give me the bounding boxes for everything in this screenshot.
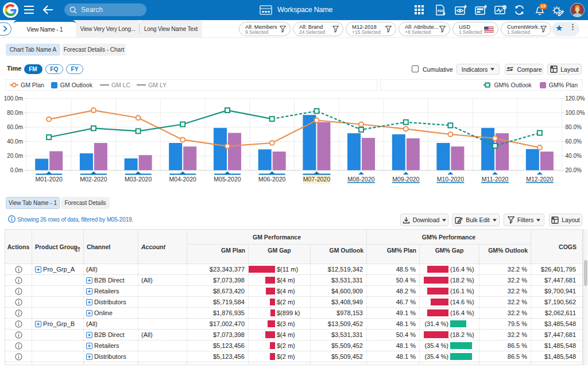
svg-text:0.0m: 0.0m — [10, 167, 23, 173]
svg-text:M08-2020: M08-2020 — [347, 176, 374, 183]
svg-text:M06-2020: M06-2020 — [258, 176, 285, 183]
svg-text:M12-2020: M12-2020 — [526, 176, 553, 183]
svg-text:M05-2020: M05-2020 — [214, 176, 241, 183]
svg-text:40.0%: 40.0% — [566, 153, 582, 159]
svg-text:120.0%: 120.0% — [566, 95, 585, 102]
svg-text:M04-2020: M04-2020 — [169, 176, 196, 183]
svg-text:100.0%: 100.0% — [566, 110, 585, 116]
svg-text:80.0m: 80.0m — [7, 110, 23, 116]
svg-text:M07-2020: M07-2020 — [303, 176, 330, 183]
svg-text:60.0%: 60.0% — [566, 138, 582, 145]
svg-text:20.0%: 20.0% — [566, 167, 582, 173]
svg-text:PDF: PDF — [438, 9, 444, 13]
svg-text:M01-2020: M01-2020 — [36, 176, 63, 183]
svg-text:40.0m: 40.0m — [7, 138, 23, 145]
svg-text:60.0m: 60.0m — [7, 124, 23, 130]
svg-text:100.0m: 100.0m — [4, 95, 23, 102]
svg-text:M03-2020: M03-2020 — [125, 176, 152, 183]
svg-text:M10-2020: M10-2020 — [437, 176, 464, 183]
svg-text:M11-2020: M11-2020 — [482, 176, 509, 183]
svg-text:M02-2020: M02-2020 — [80, 176, 107, 183]
svg-text:M09-2020: M09-2020 — [392, 176, 419, 183]
svg-text:80.0%: 80.0% — [566, 124, 582, 130]
svg-text:20.0m: 20.0m — [7, 153, 23, 159]
